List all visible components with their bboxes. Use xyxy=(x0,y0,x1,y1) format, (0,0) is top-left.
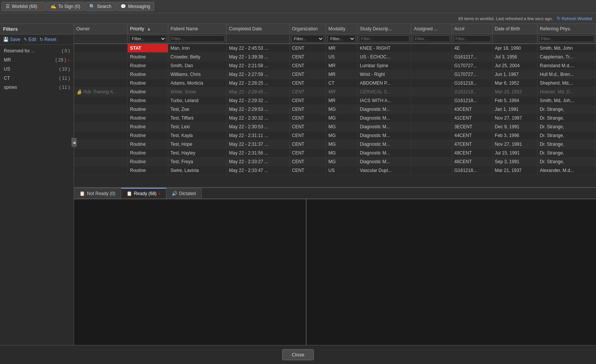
table-row[interactable]: RoutineCrowder, BettyMay 22 - 1:39:39 ..… xyxy=(74,53,596,61)
tab-dictated[interactable]: 🔊 Dictated xyxy=(166,188,202,199)
cell-acc: G161218... xyxy=(452,88,493,96)
table-row[interactable]: RoutineTest, HopeMay 22 - 2:31:37 ...CEN… xyxy=(74,140,596,149)
filter-priority-cell[interactable]: Filter... xyxy=(128,34,168,44)
cell-assigned xyxy=(411,123,452,131)
cell-dob: Jul 25, 2004 xyxy=(492,61,537,70)
table-row[interactable]: RoutineTest, ZoeMay 22 - 2:29:53 ...CENT… xyxy=(74,105,596,114)
cell-priority: Routine xyxy=(128,61,168,70)
cell-priority: Routine xyxy=(128,114,168,123)
cell-org: CENT xyxy=(289,166,326,175)
cell-study: ABDOMEN P... xyxy=(357,79,411,88)
tab-ready[interactable]: 📋 Ready (68) ● xyxy=(121,188,166,199)
cell-referring: Dr. Strange, xyxy=(537,114,596,123)
refresh-button[interactable]: ↻ Refresh Worklist xyxy=(557,16,592,21)
col-priority[interactable]: Priority ▲ xyxy=(128,24,168,34)
tab-not-ready[interactable]: 📋 Not Ready (0) xyxy=(74,188,121,199)
table-row[interactable]: RoutineTurbo, LelandMay 22 - 2:29:32 ...… xyxy=(74,96,596,105)
sidebar-filters: Reserved for ... ( 0 ) MR ( 28 ) ● US ( … xyxy=(0,45,74,354)
cell-referring: Dr. Strange, xyxy=(537,149,596,158)
cell-priority: Routine xyxy=(128,140,168,149)
filter-patient-cell[interactable] xyxy=(168,34,226,44)
tab-worklist[interactable]: ☰ Worklist (68) ● xyxy=(2,2,46,11)
cell-priority: Routine xyxy=(128,88,168,96)
table-row[interactable]: RoutineAdams, MorticiaMay 22 - 2:28:25 .… xyxy=(74,79,596,88)
cell-study: KNEE - RIGHT xyxy=(357,44,411,53)
main-layout: Filters 💾 Save ✎ Edit ↻ Reset Reserved f… xyxy=(0,24,596,364)
filter-acc-cell[interactable] xyxy=(452,34,493,44)
filter-mod-cell[interactable]: Filter... xyxy=(326,34,357,44)
table-row[interactable]: RoutineTest, FreyaMay 22 - 2:33:27 ...CE… xyxy=(74,158,596,166)
cell-dob: Nov 27, 1997 xyxy=(492,114,537,123)
cell-referring: Dr. Strange, xyxy=(537,123,596,131)
col-patient: Patient Name xyxy=(168,24,226,34)
cell-date: May 22 - 2:30:32 ... xyxy=(226,114,289,123)
filter-org-cell[interactable]: Filter... xyxy=(289,34,326,44)
cell-acc: 4E xyxy=(452,44,493,53)
filter-mod-select[interactable]: Filter... xyxy=(327,35,356,43)
tab-search[interactable]: 🔍 Search xyxy=(85,2,115,11)
col-mod: Modality xyxy=(326,24,357,34)
cell-patient: Adams, Morticia xyxy=(168,79,226,88)
messaging-icon: 💬 xyxy=(120,4,126,9)
table-row[interactable]: RoutineTest, TiffaniMay 22 - 2:30:32 ...… xyxy=(74,114,596,123)
table-wrapper[interactable]: Owner Priority ▲ Patient Name Completed … xyxy=(74,24,596,187)
filter-ct[interactable]: CT ( 11 ) xyxy=(0,74,74,83)
cell-org: CENT xyxy=(289,53,326,61)
tab-messaging[interactable]: 💬 Messaging xyxy=(116,2,154,11)
filter-ref-cell[interactable] xyxy=(537,34,596,44)
table-row[interactable]: RoutineSmith, DanMay 22 - 2:21:58 ...CEN… xyxy=(74,61,596,70)
edit-button[interactable]: ✎ Edit xyxy=(24,37,36,42)
cell-assigned xyxy=(411,114,452,123)
table-row[interactable]: RoutineTest, KaylaMay 22 - 2:31:11 ...CE… xyxy=(74,131,596,140)
cell-mod: MG xyxy=(326,105,357,114)
table-row[interactable]: RoutineTest, LexiMay 22 - 2:30:53 ...CEN… xyxy=(74,123,596,131)
filter-assigned-input[interactable] xyxy=(413,35,450,42)
cell-acc: G161218... xyxy=(452,96,493,105)
tab-tosign[interactable]: ✍ To Sign (0) xyxy=(46,2,84,11)
cell-priority: Routine xyxy=(128,158,168,166)
filter-owner-cell xyxy=(74,34,128,44)
filter-patient-input[interactable] xyxy=(170,35,225,42)
cell-org: CENT xyxy=(289,149,326,158)
cell-study: Lumbar Spine xyxy=(357,61,411,70)
messaging-label: Messaging xyxy=(128,4,150,9)
cell-referring: Cappleman, Tr... xyxy=(537,53,596,61)
filter-ref-input[interactable] xyxy=(539,35,594,42)
cell-mod: MG xyxy=(326,131,357,140)
cell-dob: Mar 16, 1953 xyxy=(492,88,537,96)
cell-owner xyxy=(74,149,128,158)
filter-reserved[interactable]: Reserved for ... ( 0 ) xyxy=(0,46,74,55)
cell-patient: Smith, Dan xyxy=(168,61,226,70)
cell-referring: Hull M.d., Bren... xyxy=(537,70,596,79)
dictated-label: Dictated xyxy=(179,191,196,196)
filter-date-cell xyxy=(226,34,289,44)
table-row[interactable]: RoutineSwire, LaviniaMay 22 - 2:33:47 ..… xyxy=(74,166,596,175)
filter-study-cell[interactable] xyxy=(357,34,411,44)
cell-study: Diagnostic M... xyxy=(357,123,411,131)
cell-mod: MG xyxy=(326,158,357,166)
sidebar-toggle[interactable]: ◀ xyxy=(71,138,77,147)
ready-label: Ready (68) xyxy=(134,191,157,196)
cell-referring: Dr. Strange, xyxy=(537,158,596,166)
save-button[interactable]: 💾 Save xyxy=(3,37,21,42)
close-button[interactable]: Close xyxy=(282,349,314,360)
filter-org-select[interactable]: Filter... xyxy=(291,35,324,43)
filter-mr[interactable]: MR ( 28 ) ● xyxy=(0,55,74,65)
cell-mod: MR xyxy=(326,96,357,105)
filter-acc-input[interactable] xyxy=(454,35,491,42)
table-row[interactable]: RoutineWilliams, ChrisMay 22 - 2:27:59 .… xyxy=(74,70,596,79)
cell-acc: 41CENT xyxy=(452,114,493,123)
reset-button[interactable]: ↻ Reset xyxy=(40,37,57,42)
cell-date: May 22 - 2:27:59 ... xyxy=(226,70,289,79)
filter-spines[interactable]: spines ( 11 ) xyxy=(0,83,74,92)
filter-study-input[interactable] xyxy=(359,35,409,42)
table-row[interactable]: RoutineTest, HayleyMay 22 - 2:31:56 ...C… xyxy=(74,149,596,158)
table-row[interactable]: STATMan, IronMay 22 - 2:45:53 ...CENTMRK… xyxy=(74,44,596,53)
cell-mod: CT xyxy=(326,79,357,88)
cell-patient: Test, Hope xyxy=(168,140,226,149)
filter-us[interactable]: US ( 10 ) xyxy=(0,65,74,74)
filter-reserved-count: ( 0 ) xyxy=(62,48,70,54)
filter-priority-select[interactable]: Filter... xyxy=(129,35,166,43)
table-row[interactable]: 🔒 Rds Training A...RoutineWhite, SnowMay… xyxy=(74,88,596,96)
filter-assigned-cell[interactable] xyxy=(411,34,452,44)
